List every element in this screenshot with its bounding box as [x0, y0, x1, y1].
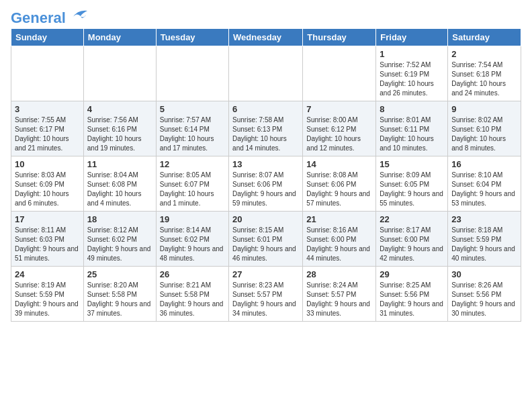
cell-info: Sunrise: 8:16 AM Sunset: 6:00 PM Dayligh… — [306, 226, 372, 263]
day-number: 2 — [451, 49, 517, 59]
calendar-cell: 28Sunrise: 8:24 AM Sunset: 5:57 PM Dayli… — [303, 267, 376, 322]
cell-info: Sunrise: 7:58 AM Sunset: 6:13 PM Dayligh… — [232, 116, 299, 153]
calendar-cell: 22Sunrise: 8:17 AM Sunset: 6:00 PM Dayli… — [376, 212, 448, 267]
cell-info: Sunrise: 8:07 AM Sunset: 6:06 PM Dayligh… — [232, 171, 299, 208]
calendar-cell: 29Sunrise: 8:25 AM Sunset: 5:56 PM Dayli… — [376, 267, 448, 322]
cell-info: Sunrise: 8:03 AM Sunset: 6:09 PM Dayligh… — [15, 171, 80, 208]
day-number: 29 — [380, 269, 444, 279]
weekday-header-tuesday: Tuesday — [156, 29, 228, 46]
calendar-cell — [11, 46, 84, 101]
day-number: 19 — [160, 214, 225, 224]
calendar-cell: 24Sunrise: 8:19 AM Sunset: 5:59 PM Dayli… — [11, 267, 84, 322]
day-number: 20 — [232, 214, 299, 224]
day-number: 30 — [451, 269, 517, 279]
cell-info: Sunrise: 8:05 AM Sunset: 6:07 PM Dayligh… — [160, 171, 225, 208]
day-number: 24 — [15, 269, 80, 279]
calendar-cell: 25Sunrise: 8:20 AM Sunset: 5:58 PM Dayli… — [83, 267, 156, 322]
day-number: 9 — [451, 104, 517, 114]
day-number: 21 — [306, 214, 372, 224]
cell-info: Sunrise: 8:24 AM Sunset: 5:57 PM Dayligh… — [306, 281, 372, 318]
day-number: 6 — [232, 104, 299, 114]
calendar-cell: 12Sunrise: 8:05 AM Sunset: 6:07 PM Dayli… — [156, 156, 228, 212]
day-number: 4 — [87, 104, 152, 114]
weekday-header-thursday: Thursday — [303, 29, 376, 46]
day-number: 16 — [451, 159, 517, 169]
day-number: 22 — [380, 214, 444, 224]
calendar-cell: 15Sunrise: 8:09 AM Sunset: 6:05 PM Dayli… — [376, 156, 448, 212]
cell-info: Sunrise: 8:18 AM Sunset: 5:59 PM Dayligh… — [451, 226, 517, 263]
calendar-cell: 26Sunrise: 8:21 AM Sunset: 5:58 PM Dayli… — [156, 267, 228, 322]
calendar-cell: 27Sunrise: 8:23 AM Sunset: 5:57 PM Dayli… — [229, 267, 303, 322]
cell-info: Sunrise: 8:14 AM Sunset: 6:02 PM Dayligh… — [160, 226, 225, 263]
page-header: General — [11, 11, 521, 23]
calendar-cell: 14Sunrise: 8:08 AM Sunset: 6:06 PM Dayli… — [303, 156, 376, 212]
cell-info: Sunrise: 7:57 AM Sunset: 6:14 PM Dayligh… — [160, 116, 225, 153]
calendar-cell: 20Sunrise: 8:15 AM Sunset: 6:01 PM Dayli… — [229, 212, 303, 267]
cell-info: Sunrise: 8:20 AM Sunset: 5:58 PM Dayligh… — [87, 281, 152, 318]
calendar-table: SundayMondayTuesdayWednesdayThursdayFrid… — [11, 28, 521, 322]
cell-info: Sunrise: 8:23 AM Sunset: 5:57 PM Dayligh… — [232, 281, 299, 318]
logo: General — [11, 11, 89, 23]
day-number: 15 — [380, 159, 444, 169]
calendar-cell: 21Sunrise: 8:16 AM Sunset: 6:00 PM Dayli… — [303, 212, 376, 267]
day-number: 12 — [160, 159, 225, 169]
day-number: 11 — [87, 159, 152, 169]
calendar-cell: 10Sunrise: 8:03 AM Sunset: 6:09 PM Dayli… — [11, 156, 84, 212]
day-number: 26 — [160, 269, 225, 279]
cell-info: Sunrise: 8:25 AM Sunset: 5:56 PM Dayligh… — [380, 281, 444, 318]
calendar-cell: 17Sunrise: 8:11 AM Sunset: 6:03 PM Dayli… — [11, 212, 84, 267]
day-number: 14 — [306, 159, 372, 169]
weekday-header-wednesday: Wednesday — [229, 29, 303, 46]
cell-info: Sunrise: 8:08 AM Sunset: 6:06 PM Dayligh… — [306, 171, 372, 208]
cell-info: Sunrise: 8:26 AM Sunset: 5:56 PM Dayligh… — [451, 281, 517, 318]
cell-info: Sunrise: 8:17 AM Sunset: 6:00 PM Dayligh… — [380, 226, 444, 263]
calendar-cell: 16Sunrise: 8:10 AM Sunset: 6:04 PM Dayli… — [448, 156, 521, 212]
cell-info: Sunrise: 8:12 AM Sunset: 6:02 PM Dayligh… — [87, 226, 152, 263]
calendar-cell: 13Sunrise: 8:07 AM Sunset: 6:06 PM Dayli… — [229, 156, 303, 212]
day-number: 3 — [15, 104, 80, 114]
day-number: 18 — [87, 214, 152, 224]
calendar-cell: 4Sunrise: 7:56 AM Sunset: 6:16 PM Daylig… — [83, 101, 156, 156]
calendar-cell: 19Sunrise: 8:14 AM Sunset: 6:02 PM Dayli… — [156, 212, 228, 267]
cell-info: Sunrise: 7:56 AM Sunset: 6:16 PM Dayligh… — [87, 116, 152, 153]
calendar-cell: 1Sunrise: 7:52 AM Sunset: 6:19 PM Daylig… — [376, 46, 448, 101]
day-number: 28 — [306, 269, 372, 279]
cell-info: Sunrise: 7:54 AM Sunset: 6:18 PM Dayligh… — [451, 60, 517, 98]
day-number: 25 — [87, 269, 152, 279]
weekday-header-monday: Monday — [83, 29, 156, 46]
cell-info: Sunrise: 8:01 AM Sunset: 6:11 PM Dayligh… — [380, 116, 444, 153]
cell-info: Sunrise: 7:55 AM Sunset: 6:17 PM Dayligh… — [15, 116, 80, 153]
day-number: 27 — [232, 269, 299, 279]
bird-icon — [67, 8, 89, 23]
weekday-header-friday: Friday — [376, 29, 448, 46]
calendar-cell: 18Sunrise: 8:12 AM Sunset: 6:02 PM Dayli… — [83, 212, 156, 267]
calendar-cell: 9Sunrise: 8:02 AM Sunset: 6:10 PM Daylig… — [448, 101, 521, 156]
calendar-cell: 6Sunrise: 7:58 AM Sunset: 6:13 PM Daylig… — [229, 101, 303, 156]
day-number: 10 — [15, 159, 80, 169]
cell-info: Sunrise: 8:00 AM Sunset: 6:12 PM Dayligh… — [306, 116, 372, 153]
cell-info: Sunrise: 8:04 AM Sunset: 6:08 PM Dayligh… — [87, 171, 152, 208]
day-number: 13 — [232, 159, 299, 169]
calendar-cell: 5Sunrise: 7:57 AM Sunset: 6:14 PM Daylig… — [156, 101, 228, 156]
cell-info: Sunrise: 8:09 AM Sunset: 6:05 PM Dayligh… — [380, 171, 444, 208]
day-number: 5 — [160, 104, 225, 114]
calendar-cell — [229, 46, 303, 101]
calendar-cell — [156, 46, 228, 101]
calendar-cell: 8Sunrise: 8:01 AM Sunset: 6:11 PM Daylig… — [376, 101, 448, 156]
weekday-header-sunday: Sunday — [11, 29, 84, 46]
calendar-cell: 7Sunrise: 8:00 AM Sunset: 6:12 PM Daylig… — [303, 101, 376, 156]
calendar-cell: 2Sunrise: 7:54 AM Sunset: 6:18 PM Daylig… — [448, 46, 521, 101]
cell-info: Sunrise: 7:52 AM Sunset: 6:19 PM Dayligh… — [380, 60, 444, 98]
calendar-cell: 23Sunrise: 8:18 AM Sunset: 5:59 PM Dayli… — [448, 212, 521, 267]
calendar-cell: 11Sunrise: 8:04 AM Sunset: 6:08 PM Dayli… — [83, 156, 156, 212]
cell-info: Sunrise: 8:19 AM Sunset: 5:59 PM Dayligh… — [15, 281, 80, 318]
weekday-header-saturday: Saturday — [448, 29, 521, 46]
cell-info: Sunrise: 8:11 AM Sunset: 6:03 PM Dayligh… — [15, 226, 80, 263]
day-number: 8 — [380, 104, 444, 114]
cell-info: Sunrise: 8:15 AM Sunset: 6:01 PM Dayligh… — [232, 226, 299, 263]
calendar-cell: 3Sunrise: 7:55 AM Sunset: 6:17 PM Daylig… — [11, 101, 84, 156]
calendar-cell: 30Sunrise: 8:26 AM Sunset: 5:56 PM Dayli… — [448, 267, 521, 322]
day-number: 7 — [306, 104, 372, 114]
cell-info: Sunrise: 8:10 AM Sunset: 6:04 PM Dayligh… — [451, 171, 517, 208]
day-number: 1 — [380, 49, 444, 59]
